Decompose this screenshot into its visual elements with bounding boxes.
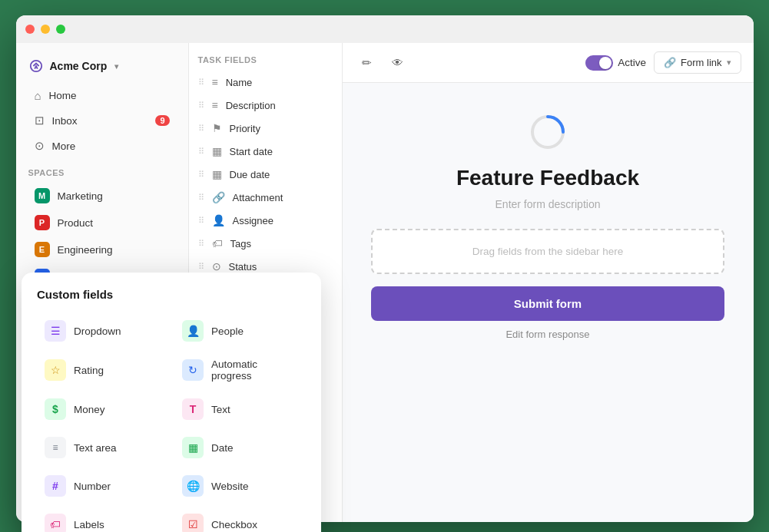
space-label: Marketing [58, 190, 103, 202]
drag-handle: ⠿ [198, 78, 204, 88]
drag-handle: ⠿ [198, 216, 204, 226]
drag-handle: ⠿ [198, 124, 204, 134]
sidebar-item-product[interactable]: P Product [22, 210, 182, 236]
inbox-icon: ⊡ [35, 114, 45, 127]
people-icon: 👤 [182, 320, 204, 342]
drag-handle: ⠿ [198, 147, 204, 157]
field-text[interactable]: T Text [174, 392, 306, 427]
field-label: Priority [230, 123, 260, 134]
website-icon: 🌐 [182, 475, 204, 497]
minimize-button[interactable] [41, 25, 50, 34]
field-label: Text area [74, 442, 117, 454]
field-dropdown[interactable]: ☰ Dropdown [37, 313, 168, 349]
sidebar-item-label: More [52, 140, 76, 152]
field-label: Attachment [233, 192, 283, 203]
toolbar-right: Active 🔗 Form link ▾ [585, 51, 741, 74]
edit-response-label: Edit form response [505, 329, 589, 340]
engineering-dot: E [35, 242, 50, 257]
field-due-date[interactable]: ⠿ ▦ Due date [189, 163, 342, 186]
status-icon: ⊙ [212, 260, 221, 273]
tags-icon: 🏷 [212, 237, 223, 249]
custom-fields-modal: Custom fields ☰ Dropdown 👤 People ☆ Rati… [22, 273, 321, 532]
field-label: Money [74, 404, 105, 415]
edit-button[interactable]: ✏ [355, 51, 380, 75]
maximize-button[interactable] [56, 25, 65, 34]
form-canvas: Feature Feedback Enter form description … [343, 83, 754, 522]
field-label: Number [74, 481, 111, 492]
priority-icon: ⚑ [212, 122, 222, 134]
submit-button[interactable]: Submit form [371, 286, 724, 321]
company-header[interactable]: Acme Corp ▾ [16, 52, 188, 83]
chevron-down-icon: ▾ [727, 58, 731, 68]
name-icon: ≡ [212, 76, 218, 88]
active-toggle[interactable] [585, 55, 613, 71]
field-attachment[interactable]: ⠿ 🔗 Attachment [189, 186, 342, 209]
field-money[interactable]: $ Money [37, 392, 168, 427]
company-name: Acme Corp [50, 60, 108, 72]
close-button[interactable] [25, 25, 35, 34]
form-link-label: Form link [681, 57, 721, 68]
field-date[interactable]: ▦ Date [174, 430, 306, 465]
active-toggle-container: Active [585, 55, 646, 71]
sidebar-item-home[interactable]: ⌂ Home [22, 84, 182, 107]
active-label: Active [618, 57, 646, 68]
preview-button[interactable]: 👁 [386, 51, 410, 75]
company-chevron: ▾ [114, 62, 118, 71]
space-label: Engineering [58, 244, 113, 256]
content-toolbar: ✏ 👁 Active 🔗 Form link ▾ [343, 43, 754, 83]
field-website[interactable]: 🌐 Website [174, 468, 306, 504]
link-icon: 🔗 [664, 57, 676, 68]
due-date-icon: ▦ [212, 168, 222, 180]
field-label: Dropdown [74, 325, 121, 337]
inbox-badge: 9 [155, 115, 169, 126]
field-label: People [211, 325, 244, 337]
drop-zone-text: Drag fields from the sidebar here [472, 246, 624, 257]
field-priority[interactable]: ⠿ ⚑ Priority [189, 117, 342, 140]
field-number[interactable]: # Number [37, 468, 168, 504]
field-label: Text [211, 404, 230, 415]
titlebar [16, 15, 754, 43]
edit-icon: ✏ [362, 56, 372, 70]
field-label: Status [229, 261, 257, 273]
field-assignee[interactable]: ⠿ 👤 Assignee [189, 209, 342, 232]
field-people[interactable]: 👤 People [174, 313, 306, 349]
field-labels[interactable]: 🏷 Labels [37, 507, 168, 532]
sidebar-item-more[interactable]: ⊙ More [22, 134, 182, 158]
attachment-icon: 🔗 [212, 191, 225, 203]
field-label: Website [211, 481, 249, 492]
rating-icon: ☆ [45, 359, 66, 381]
field-name[interactable]: ⠿ ≡ Name [189, 71, 342, 94]
field-start-date[interactable]: ⠿ ▦ Start date [189, 140, 342, 163]
dropdown-icon: ☰ [45, 320, 66, 342]
form-link-button[interactable]: 🔗 Form link ▾ [654, 51, 741, 74]
field-label: Name [226, 77, 253, 88]
field-label: Checkbox [211, 519, 257, 530]
sidebar-item-engineering[interactable]: E Engineering [22, 236, 182, 263]
marketing-dot: M [35, 188, 50, 203]
text-icon: T [182, 398, 204, 420]
space-label: Product [58, 217, 94, 229]
drop-zone[interactable]: Drag fields from the sidebar here [371, 229, 724, 274]
edit-response-link[interactable]: Edit form response [505, 329, 589, 340]
start-date-icon: ▦ [212, 145, 222, 157]
modal-title: Custom fields [37, 288, 306, 301]
field-automatic-progress[interactable]: ↻ Automatic progress [174, 352, 306, 388]
drag-handle: ⠿ [198, 193, 204, 203]
field-label: Start date [230, 146, 273, 157]
assignee-icon: 👤 [212, 214, 225, 226]
task-fields-label: Task Fields [189, 55, 342, 71]
field-tags[interactable]: ⠿ 🏷 Tags [189, 232, 342, 255]
field-label: Description [226, 100, 276, 111]
field-text-area[interactable]: ≡ Text area [37, 430, 168, 465]
sidebar-item-marketing[interactable]: M Marketing [22, 183, 182, 209]
text-area-icon: ≡ [45, 437, 66, 458]
field-label: Due date [230, 169, 270, 180]
sidebar-item-label: Home [49, 90, 77, 101]
labels-icon: 🏷 [45, 514, 66, 532]
field-checkbox[interactable]: ☑ Checkbox [174, 507, 306, 532]
acme-logo [28, 58, 44, 74]
spaces-section-label: Spaces [16, 159, 188, 182]
sidebar-item-inbox[interactable]: ⊡ Inbox 9 [22, 108, 182, 133]
field-rating[interactable]: ☆ Rating [37, 352, 168, 388]
field-description[interactable]: ⠿ ≡ Description [189, 94, 342, 117]
